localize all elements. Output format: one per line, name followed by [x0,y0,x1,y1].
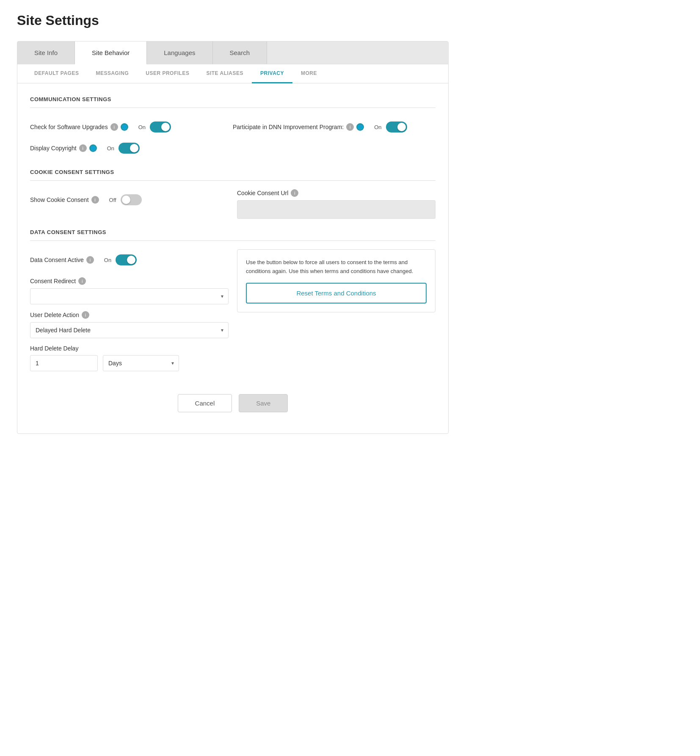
content-area: COMMUNICATION SETTINGS Check for Softwar… [17,83,448,433]
software-upgrades-label: Check for Software Upgrades i 🌐 [30,123,128,131]
reset-info-text: Use the button below to force all users … [246,258,427,276]
sub-tab-default-pages[interactable]: DEFAULT PAGES [26,64,87,83]
communication-header: COMMUNICATION SETTINGS [30,96,435,102]
sub-tab-more[interactable]: MORE [292,64,325,83]
data-consent-right: Use the button below to force all users … [237,249,435,312]
show-cookie-off-label: Off [109,197,116,203]
consent-redirect-select-wrapper: HomeLoginRegister ▾ [30,288,229,304]
data-consent-active-label: Data Consent Active i [30,256,94,264]
data-consent-header: DATA CONSENT SETTINGS [30,229,435,235]
dnn-improvement-on-label: On [374,124,381,130]
cookie-url-label-group: Cookie Consent Url i [237,189,435,197]
user-delete-label: User Delete Action i [30,311,229,319]
consent-redirect-group: Consent Redirect i HomeLoginRegister ▾ [30,277,229,304]
software-upgrades-row: Check for Software Upgrades i 🌐 On [30,116,233,138]
dnn-improvement-toggle-group: On [374,121,407,132]
cookie-url-group: Cookie Consent Url i [237,189,435,219]
display-copyright-info-icon[interactable]: i [79,144,87,152]
user-delete-group: User Delete Action i Delayed Hard Delete… [30,311,229,338]
save-button[interactable]: Save [239,394,288,412]
dnn-improvement-row: Participate in DNN Improvement Program: … [233,116,435,138]
show-cookie-toggle[interactable] [121,194,142,205]
hard-delete-group: Hard Delete Delay DaysHoursMinutes ▾ [30,345,229,371]
dnn-improvement-label: Participate in DNN Improvement Program: … [233,123,364,131]
hard-delete-number-input[interactable] [30,355,98,371]
dnn-improvement-globe-icon[interactable]: 🌐 [356,123,364,131]
data-consent-grid: Data Consent Active i On [30,249,435,371]
tab-site-behavior[interactable]: Site Behavior [75,41,147,64]
user-delete-info-icon[interactable]: i [82,311,89,319]
display-copyright-label: Display Copyright i 🌐 [30,144,97,152]
communication-settings-grid: Check for Software Upgrades i 🌐 On [30,116,435,159]
page-title: Site Settings [17,13,449,28]
communication-section: COMMUNICATION SETTINGS Check for Softwar… [30,96,435,159]
display-copyright-on-label: On [107,145,114,152]
show-cookie-label: Show Cookie Consent i [30,196,99,204]
cookie-url-info-icon[interactable]: i [291,189,298,197]
show-cookie-row: Show Cookie Consent i Off [30,189,229,210]
user-delete-select-wrapper: Delayed Hard DeleteSoft DeleteHard Delet… [30,322,229,338]
cookie-url-input[interactable] [237,200,435,219]
sub-tab-messaging[interactable]: MESSAGING [87,64,137,83]
software-upgrades-info-icon[interactable]: i [110,123,118,131]
display-copyright-globe-icon[interactable]: 🌐 [89,144,97,152]
data-consent-toggle-group: On [104,254,137,265]
tab-search[interactable]: Search [213,41,267,64]
footer-buttons: Cancel Save [30,381,435,421]
cookie-consent-header: COOKIE CONSENT SETTINGS [30,169,435,175]
dnn-improvement-info-icon[interactable]: i [346,123,354,131]
software-upgrades-toggle[interactable] [150,121,171,132]
consent-redirect-info-icon[interactable]: i [78,277,86,285]
reset-terms-button[interactable]: Reset Terms and Conditions [246,283,427,304]
data-consent-section: DATA CONSENT SETTINGS Data Consent Activ… [30,229,435,371]
tab-languages[interactable]: Languages [147,41,212,64]
data-consent-on-label: On [104,257,111,263]
data-consent-toggle[interactable] [116,254,137,265]
display-copyright-row: Display Copyright i 🌐 On [30,138,233,159]
hard-delete-unit-select[interactable]: DaysHoursMinutes [103,355,179,371]
cookie-consent-section: COOKIE CONSENT SETTINGS Show Cookie Cons… [30,169,435,219]
cancel-button[interactable]: Cancel [178,394,232,412]
sub-tabs: DEFAULT PAGES MESSAGING USER PROFILES SI… [17,64,448,83]
sub-tab-privacy[interactable]: PRIVACY [252,64,292,83]
software-upgrades-on-label: On [138,124,146,130]
display-copyright-toggle[interactable] [119,143,140,154]
top-tabs: Site Info Site Behavior Languages Search [17,41,448,64]
software-upgrades-globe-icon[interactable]: 🌐 [121,123,128,131]
hard-delete-row: DaysHoursMinutes ▾ [30,355,229,371]
sub-tab-site-aliases[interactable]: SITE ALIASES [198,64,252,83]
consent-redirect-select[interactable]: HomeLoginRegister [30,288,229,304]
hard-delete-label: Hard Delete Delay [30,345,229,352]
consent-redirect-label: Consent Redirect i [30,277,229,285]
data-consent-active-row: Data Consent Active i On [30,249,229,270]
cookie-row: Show Cookie Consent i Off [30,189,435,219]
user-delete-select[interactable]: Delayed Hard DeleteSoft DeleteHard Delet… [30,322,229,338]
hard-delete-unit-wrapper: DaysHoursMinutes ▾ [103,355,179,371]
tab-site-info[interactable]: Site Info [17,41,75,64]
show-cookie-toggle-group: Off [109,194,142,205]
dnn-improvement-toggle[interactable] [386,121,407,132]
data-consent-left: Data Consent Active i On [30,249,229,371]
show-cookie-info-icon[interactable]: i [91,196,99,204]
main-card: Site Info Site Behavior Languages Search… [17,41,449,434]
sub-tab-user-profiles[interactable]: USER PROFILES [137,64,198,83]
display-copyright-toggle-group: On [107,143,140,154]
data-consent-active-info-icon[interactable]: i [86,256,94,264]
software-upgrades-toggle-group: On [138,121,171,132]
